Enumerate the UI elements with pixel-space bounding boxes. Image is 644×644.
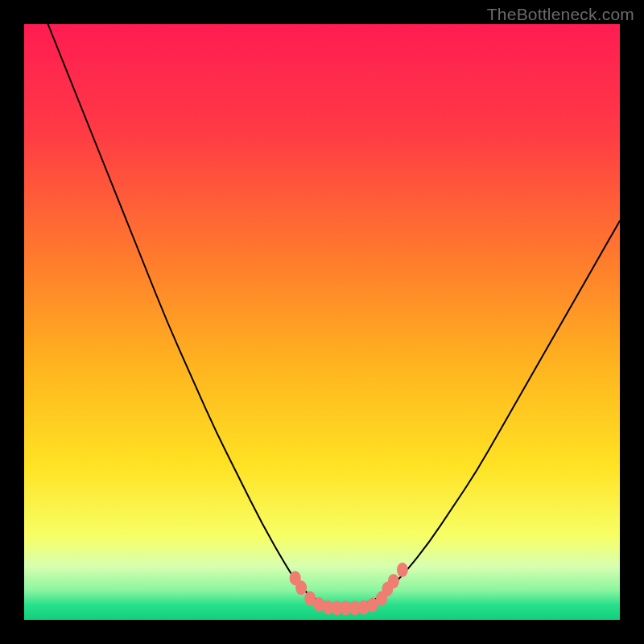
watermark-text: TheBottleneck.com: [487, 5, 634, 24]
plot-area: [24, 24, 620, 620]
marker-point: [397, 563, 408, 577]
series-right-branch: [357, 221, 620, 607]
curves-layer: [24, 24, 620, 620]
chart-frame: TheBottleneck.com: [0, 0, 644, 644]
series-left-branch: [48, 24, 334, 607]
marker-point: [388, 574, 399, 588]
marker-point: [295, 580, 307, 595]
